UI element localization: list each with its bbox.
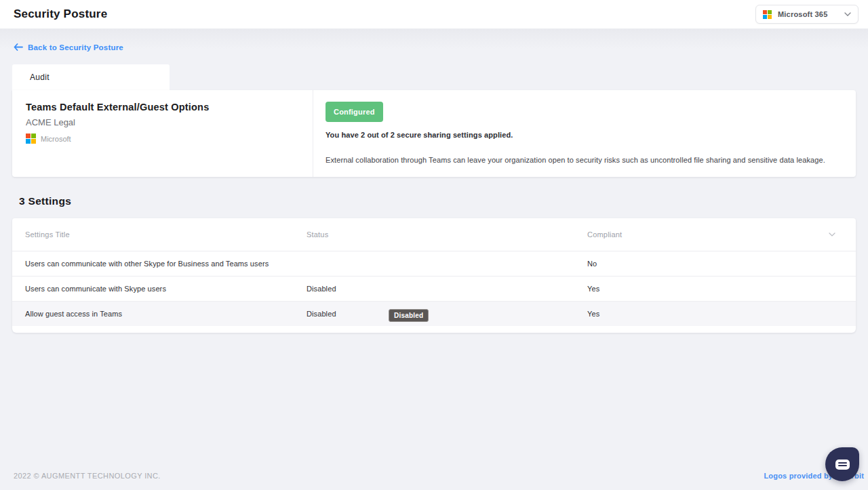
back-link-label: Back to Security Posture xyxy=(28,43,123,52)
setting-detail-card: Teams Default External/Guest Options ACM… xyxy=(12,90,856,177)
company-name: ACME Legal xyxy=(26,117,299,127)
copyright-text: 2022 © AUGMENTT TECHNOLOGY INC. xyxy=(14,472,161,480)
setting-description: External collaboration through Teams can… xyxy=(326,156,844,164)
status-badge: Configured xyxy=(326,102,383,122)
chat-widget-button[interactable] xyxy=(825,447,859,481)
setting-row-compliant: Yes xyxy=(587,285,856,293)
setting-row-title: Users can communicate with Skype users xyxy=(12,285,307,293)
table-header-row: Settings Title Status Compliant xyxy=(12,218,856,251)
microsoft-logo-icon xyxy=(763,10,772,19)
settings-summary: You have 2 out of 2 secure sharing setti… xyxy=(326,131,844,139)
setting-row-status: Disabled xyxy=(307,310,587,318)
page-title: Security Posture xyxy=(14,7,107,21)
table-row[interactable]: Allow guest access in Teams Disabled Yes xyxy=(12,301,856,326)
tenant-selector-label: Microsoft 365 xyxy=(778,10,838,18)
chevron-down-icon[interactable] xyxy=(829,232,835,237)
microsoft-logo-icon xyxy=(26,134,36,144)
settings-table: Settings Title Status Compliant Users ca… xyxy=(12,218,856,333)
top-bar: Security Posture Microsoft 365 xyxy=(0,0,868,29)
column-header-status: Status xyxy=(307,230,587,239)
table-row[interactable]: Users can communicate with other Skype f… xyxy=(12,251,856,276)
tenant-selector[interactable]: Microsoft 365 xyxy=(755,5,859,24)
provider-row: Microsoft xyxy=(26,134,299,144)
main-content: Back to Security Posture Audit Teams Def… xyxy=(0,29,868,490)
setting-row-title: Allow guest access in Teams xyxy=(12,310,307,318)
security-posture-screen: Security Posture Microsoft 365 Back to S… xyxy=(0,0,868,490)
chevron-down-icon xyxy=(844,12,851,16)
setting-row-status: Disabled xyxy=(307,285,587,293)
column-header-settings-title: Settings Title xyxy=(12,230,307,239)
provider-label: Microsoft xyxy=(41,135,71,143)
column-header-compliant: Compliant xyxy=(587,230,856,239)
setting-row-compliant: No xyxy=(587,260,856,268)
status-tooltip: Disabled xyxy=(389,309,429,322)
chat-bubble-icon xyxy=(835,460,850,470)
setting-row-title: Users can communicate with other Skype f… xyxy=(12,260,307,268)
detail-card-right: Configured You have 2 out of 2 secure sh… xyxy=(313,90,856,177)
tab-audit-label: Audit xyxy=(30,73,50,82)
table-row[interactable]: Users can communicate with Skype users D… xyxy=(12,276,856,301)
detail-card-left: Teams Default External/Guest Options ACM… xyxy=(12,90,313,177)
footer: 2022 © AUGMENTT TECHNOLOGY INC. Logos pr… xyxy=(0,461,868,490)
setting-title: Teams Default External/Guest Options xyxy=(26,102,299,113)
setting-row-compliant: Yes xyxy=(587,310,856,318)
tab-audit[interactable]: Audit xyxy=(12,64,170,90)
arrow-left-icon xyxy=(14,43,23,51)
back-link[interactable]: Back to Security Posture xyxy=(14,43,123,52)
settings-count-heading: 3 Settings xyxy=(19,195,856,207)
